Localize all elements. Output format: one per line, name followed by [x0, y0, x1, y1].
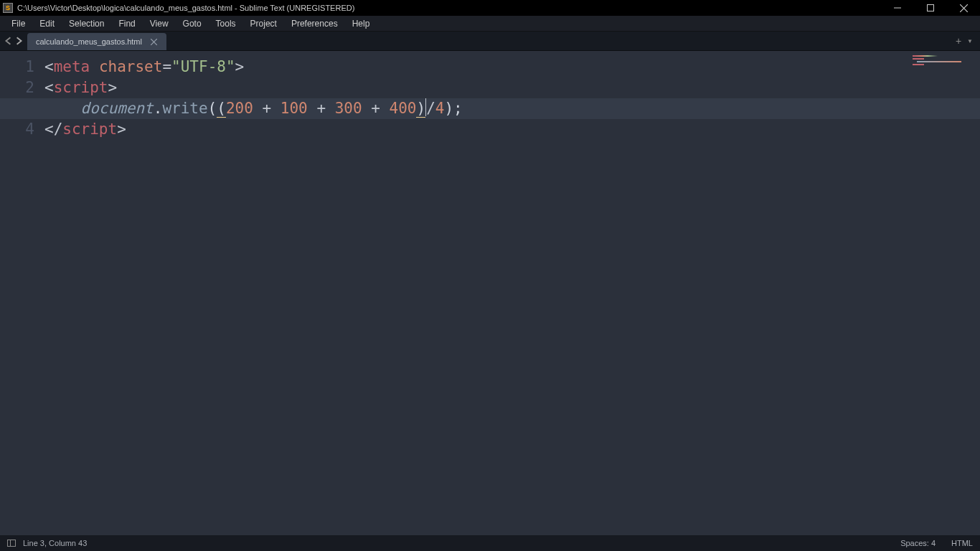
menu-tools[interactable]: Tools	[209, 19, 243, 29]
code-line: </script>	[44, 119, 980, 140]
tabbar: calculando_meus_gastos.html + ▼	[0, 32, 980, 51]
menu-edit[interactable]: Edit	[32, 19, 62, 29]
line-number: 4	[0, 119, 34, 140]
editor[interactable]: 1 2 3 4 <meta charset="UTF-8"> <script> …	[0, 51, 980, 535]
svg-rect-1	[928, 5, 934, 11]
tab-next-icon[interactable]	[14, 37, 23, 45]
code-area[interactable]: <meta charset="UTF-8"> <script> document…	[44, 51, 980, 535]
line-number: 1	[0, 57, 34, 77]
line-number: 2	[0, 77, 34, 98]
menu-goto[interactable]: Goto	[176, 19, 209, 29]
menubar: File Edit Selection Find View Goto Tools…	[0, 16, 980, 32]
new-tab-icon[interactable]: +	[956, 35, 961, 47]
menu-view[interactable]: View	[143, 19, 176, 29]
minimap[interactable]	[908, 51, 980, 535]
minimize-button[interactable]	[881, 0, 914, 16]
tab-prev-icon[interactable]	[4, 37, 13, 45]
code-line: <meta charset="UTF-8">	[44, 57, 980, 77]
menu-project[interactable]: Project	[243, 19, 284, 29]
maximize-button[interactable]	[914, 0, 947, 16]
window-title: C:\Users\Victor\Desktop\logica\calculand…	[17, 4, 881, 12]
tab-label: calculando_meus_gastos.html	[36, 37, 142, 46]
status-syntax[interactable]: HTML	[951, 539, 973, 547]
panel-toggle-icon[interactable]	[7, 540, 16, 547]
window-controls	[881, 0, 980, 16]
statusbar: Line 3, Column 43 Spaces: 4 HTML	[0, 535, 980, 551]
tab-nav-arrows	[0, 32, 27, 50]
titlebar: S C:\Users\Victor\Desktop\logica\calcula…	[0, 0, 980, 16]
gutter: 1 2 3 4	[0, 51, 44, 535]
close-button[interactable]	[947, 0, 980, 16]
tab-active[interactable]: calculando_meus_gastos.html	[27, 33, 166, 50]
code-line: <script>	[44, 77, 980, 98]
menu-selection[interactable]: Selection	[62, 19, 111, 29]
tabbar-right-controls: + ▼	[956, 32, 980, 50]
menu-preferences[interactable]: Preferences	[284, 19, 345, 29]
menu-file[interactable]: File	[4, 19, 32, 29]
menu-help[interactable]: Help	[345, 19, 377, 29]
tab-dropdown-icon[interactable]: ▼	[967, 38, 973, 44]
app-icon: S	[3, 3, 13, 13]
status-cursor-position: Line 3, Column 43	[23, 539, 87, 547]
status-indent[interactable]: Spaces: 4	[900, 539, 936, 547]
tab-close-icon[interactable]	[149, 37, 159, 47]
code-line-active: document.write((200 + 100 + 300 + 400)/4…	[0, 98, 980, 119]
menu-find[interactable]: Find	[111, 19, 142, 29]
